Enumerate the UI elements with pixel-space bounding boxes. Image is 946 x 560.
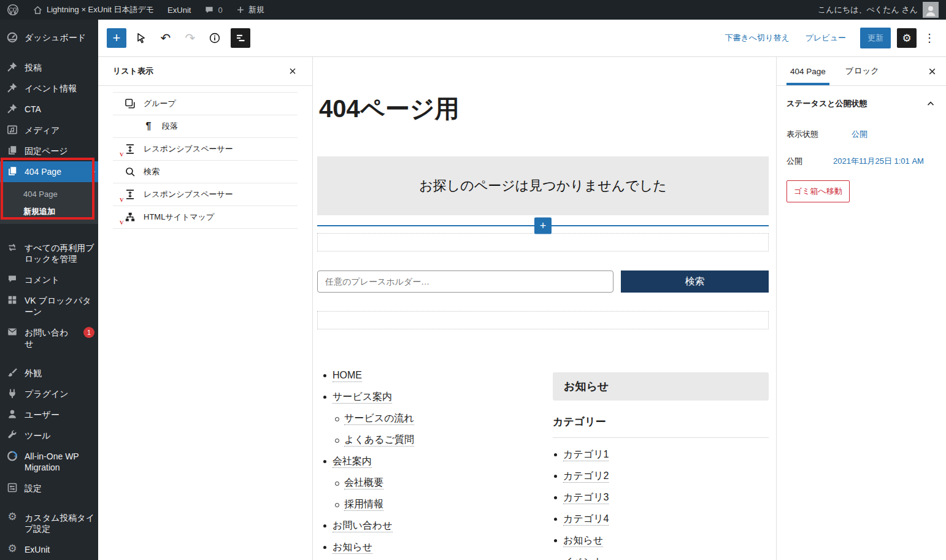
sidebar-item-cta[interactable]: CTA: [0, 99, 98, 120]
category-link[interactable]: カテゴリ3: [563, 492, 609, 504]
category-item: カテゴリ2: [553, 470, 769, 482]
status-visibility-panel-header[interactable]: ステータスと公開状態: [777, 86, 946, 113]
sitemap-link[interactable]: サービス案内: [333, 391, 392, 404]
menu-separator: [0, 499, 98, 507]
search-input[interactable]: [317, 270, 613, 293]
switch-to-draft-link[interactable]: 下書きへ切り替え: [725, 33, 790, 44]
post-title[interactable]: 404ページ用: [319, 94, 769, 123]
sidebar-item-appearance[interactable]: 外観: [0, 362, 98, 383]
list-view-toggle-button[interactable]: [231, 28, 250, 48]
select-tool-button[interactable]: [131, 28, 151, 48]
submenu-item-add-new[interactable]: 新規追加: [0, 203, 98, 220]
sidebar-item-users[interactable]: ユーザー: [0, 404, 98, 425]
category-link[interactable]: お知らせ: [563, 535, 603, 547]
undo-icon: ↶: [161, 31, 171, 45]
responsive-spacer-block-2[interactable]: [317, 311, 769, 329]
sitemap-link[interactable]: サービスの流れ: [344, 413, 414, 425]
undo-button[interactable]: ↶: [156, 28, 175, 48]
submenu-item-404-list[interactable]: 404 Page: [0, 186, 98, 203]
wrench-icon: [6, 429, 18, 440]
sidebar-item-tools[interactable]: ツール: [0, 425, 98, 446]
gear-icon: ⚙: [6, 543, 18, 554]
category-item: イベント: [553, 556, 769, 560]
sitemap-item: よくあるご質問: [334, 434, 544, 446]
sidebar-item-posts[interactable]: 投稿: [0, 57, 98, 78]
sitemap-link[interactable]: 会社概要: [344, 477, 383, 489]
sidebar-item-settings[interactable]: 設定: [0, 478, 98, 499]
sidebar-item-pages[interactable]: 固定ページ: [0, 140, 98, 161]
details-button[interactable]: [205, 28, 225, 48]
sidebar-item-events[interactable]: イベント情報: [0, 78, 98, 99]
publish-date-link[interactable]: 2021年11月25日 1:01 AM: [833, 156, 924, 167]
sidebar-item-label: すべての再利用ブロックを管理: [25, 242, 94, 264]
visibility-row: 表示状態 公開: [777, 129, 946, 140]
sitemap-link[interactable]: 会社案内: [333, 456, 372, 468]
responsive-spacer-block-1[interactable]: [317, 233, 769, 251]
category-link[interactable]: カテゴリ4: [563, 513, 609, 526]
list-view-item-spacer-1[interactable]: Vレスポンシブスペーサー: [113, 138, 298, 161]
comments-menu[interactable]: 0: [198, 0, 229, 20]
list-view-item-html-sitemap[interactable]: VHTMLサイトマップ: [113, 206, 298, 229]
new-content-menu[interactable]: 新規: [229, 0, 271, 20]
block-inserter-button[interactable]: +: [107, 28, 126, 48]
sitemap-link[interactable]: よくあるご質問: [344, 434, 414, 447]
list-view-icon: [234, 32, 247, 44]
sidebar-item-custom-post-type-settings[interactable]: ⚙カスタム投稿タイプ設定: [0, 507, 98, 539]
sidebar-item-404-page[interactable]: 404 Page: [0, 161, 98, 182]
sitemap-link[interactable]: HOME: [333, 370, 362, 382]
pages-icon: [6, 166, 18, 177]
sitemap-link[interactable]: お知らせ: [333, 542, 372, 554]
exunit-menu[interactable]: ExUnit: [161, 0, 198, 20]
list-view-close-button[interactable]: [288, 66, 298, 76]
admin-sidebar: ダッシュボード 投稿 イベント情報 CTA メディア 固定ページ 404 Pag…: [0, 20, 98, 560]
list-view-item-paragraph[interactable]: ¶段落: [113, 115, 298, 138]
visibility-value-link[interactable]: 公開: [852, 129, 867, 140]
pin-icon: [6, 103, 18, 114]
editor-toolbar-left: + ↶ ↷: [107, 28, 250, 48]
category-link[interactable]: カテゴリ2: [563, 470, 609, 483]
list-view-item-search[interactable]: 検索: [113, 161, 298, 183]
tab-document-404-page[interactable]: 404 Page: [780, 57, 836, 85]
sitemap-link[interactable]: 採用情報: [344, 499, 383, 511]
sitemap-link[interactable]: お問い合わせ: [333, 520, 393, 532]
options-menu-button[interactable]: ⋮: [919, 31, 940, 45]
category-link[interactable]: カテゴリ1: [563, 449, 609, 461]
sidebar-item-vk-block-patterns[interactable]: VK ブロックパターン: [0, 290, 98, 322]
wp-logo-menu[interactable]: [0, 0, 26, 20]
sidebar-item-reusable-blocks[interactable]: すべての再利用ブロックを管理: [0, 237, 98, 269]
block-label: HTMLサイトマップ: [144, 212, 214, 223]
editor-toolbar: + ↶ ↷ 下書きへ切り替え プレビュー 更新 ⚙ ⋮: [98, 20, 946, 57]
block-label: グループ: [144, 98, 176, 109]
sidebar-item-comments[interactable]: コメント: [0, 269, 98, 290]
editor-canvas: 404ページ用 お探しのページは見つかりませんでした + 検索 HOME サービ…: [313, 57, 776, 560]
inline-inserter-button[interactable]: +: [534, 218, 552, 234]
sitemap-pages-column: HOME サービス案内 サービスの流れ よくあるご質問 会社案内 会社概要 採用…: [317, 364, 544, 560]
vk-mark: V: [120, 152, 124, 158]
list-view-rows: グループ ¶段落 Vレスポンシブスペーサー 検索 Vレスポンシブスペーサー VH…: [113, 92, 298, 229]
not-found-paragraph-block[interactable]: お探しのページは見つかりませんでした: [317, 156, 769, 215]
sitemap-item: お知らせ: [322, 541, 544, 553]
avatar[interactable]: [923, 2, 939, 18]
sidebar-item-exunit[interactable]: ⚙ExUnit: [0, 539, 98, 560]
sidebar-item-dashboard[interactable]: ダッシュボード: [0, 27, 98, 48]
move-to-trash-button[interactable]: ゴミ箱へ移動: [786, 180, 850, 202]
update-button[interactable]: 更新: [860, 28, 891, 48]
sidebar-item-contact[interactable]: お問い合わせ1: [0, 322, 98, 354]
sidebar-item-plugins[interactable]: プラグイン: [0, 383, 98, 404]
tab-block[interactable]: ブロック: [836, 57, 889, 85]
howdy-greeting[interactable]: こんにちは、ぺくたん さん: [818, 4, 918, 15]
redo-button[interactable]: ↷: [180, 28, 200, 48]
preview-link[interactable]: プレビュー: [806, 33, 846, 44]
settings-toggle-button[interactable]: ⚙: [897, 28, 917, 48]
settings-close-button[interactable]: [927, 66, 937, 77]
wordpress-logo-icon: [7, 4, 19, 16]
site-name-menu[interactable]: Lightning × ExUnit 日本語デモ: [26, 0, 161, 20]
sidebar-item-label: ユーザー: [25, 409, 60, 420]
category-link[interactable]: イベント: [563, 556, 604, 560]
search-submit-button[interactable]: 検索: [621, 270, 769, 293]
sidebar-item-aio-wp-migration[interactable]: All-in-One WP Migration: [0, 446, 98, 478]
list-view-item-spacer-2[interactable]: Vレスポンシブスペーサー: [113, 183, 298, 206]
gear-icon: ⚙: [6, 512, 18, 523]
sidebar-item-media[interactable]: メディア: [0, 120, 98, 140]
list-view-item-group[interactable]: グループ: [113, 93, 298, 115]
